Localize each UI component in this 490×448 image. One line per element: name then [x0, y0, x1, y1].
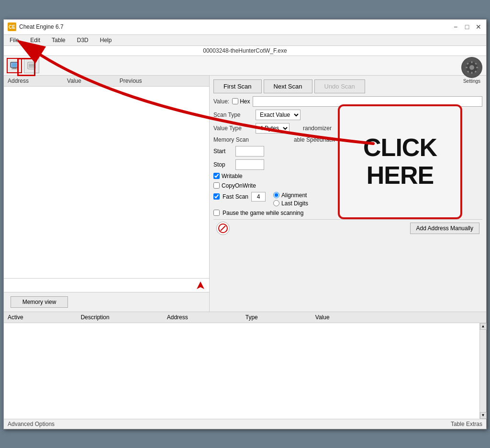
- memory-view-area: Memory view: [4, 292, 209, 312]
- last-digits-label: Last Digits: [281, 200, 308, 207]
- menu-d3d[interactable]: D3D: [75, 36, 90, 45]
- value-type-select[interactable]: 4 Bytes: [256, 123, 290, 134]
- status-bar: Advanced Options Table Extras: [4, 419, 486, 429]
- stop-circle: [218, 224, 228, 233]
- toolbar: Settings: [4, 56, 486, 76]
- scan-type-select[interactable]: Exact Value: [256, 110, 301, 120]
- menubar: File Edit Table D3D Help: [4, 35, 486, 46]
- click-here-line1: CLICK: [363, 134, 437, 161]
- main-content: Address Value Previous Memory view First…: [4, 76, 486, 312]
- status-left: Advanced Options: [8, 421, 55, 427]
- memory-scan-label: Memory Scan: [213, 136, 252, 143]
- last-digits-radio[interactable]: [273, 200, 279, 206]
- computer-icon: [10, 61, 19, 70]
- fast-scan-row: Fast Scan: [213, 192, 266, 202]
- stop-icon[interactable]: [216, 222, 230, 235]
- fast-scan-label: Fast Scan: [223, 193, 248, 200]
- last-digits-row: Last Digits: [273, 200, 308, 207]
- left-panel-header: Address Value Previous: [4, 76, 209, 87]
- svg-rect-11: [471, 61, 473, 63]
- menu-edit[interactable]: Edit: [28, 36, 42, 45]
- left-panel-body: [4, 87, 209, 278]
- fast-scan-checkbox[interactable]: [213, 193, 220, 200]
- gear-svg: [465, 60, 479, 75]
- scroll-up-arrow[interactable]: ▲: [480, 323, 487, 330]
- undo-scan-button[interactable]: Undo Scan: [314, 79, 365, 93]
- left-panel: Address Value Previous Memory view: [4, 76, 210, 312]
- pause-label: Pause the game while scanning: [223, 210, 303, 216]
- title-bar-left: CE Cheat Engine 6.7: [8, 22, 64, 31]
- speedhack-label: able Speedhack: [294, 136, 335, 143]
- window-controls: − □ ✕: [452, 23, 482, 31]
- add-address-button[interactable]: Add Address Manually: [410, 223, 479, 234]
- right-panel-bottom-toolbar: Add Address Manually: [213, 219, 482, 237]
- alignment-row: Alignment: [273, 192, 308, 199]
- value-label: Value:: [213, 98, 229, 105]
- svg-point-10: [469, 65, 474, 70]
- scan-type-label: Scan Type: [213, 112, 252, 118]
- arrow-indicator: [4, 278, 209, 292]
- start-label: Start: [213, 148, 233, 155]
- next-scan-button[interactable]: Next Scan: [264, 79, 312, 93]
- stop-input[interactable]: [235, 159, 264, 170]
- svg-marker-19: [197, 281, 204, 289]
- settings-gear-icon[interactable]: [461, 57, 482, 78]
- maximize-button[interactable]: □: [463, 23, 471, 31]
- writable-label: Writable: [222, 173, 243, 179]
- svg-rect-1: [12, 67, 16, 68]
- copy-on-write-checkbox[interactable]: [213, 182, 220, 189]
- col-type: Type: [245, 314, 258, 321]
- col-value: Value: [315, 314, 330, 321]
- first-scan-button[interactable]: First Scan: [213, 79, 262, 93]
- main-window: CE Cheat Engine 6.7 − □ ✕ File Edit Tabl…: [3, 19, 487, 429]
- bottom-body: ▲ ▼: [4, 323, 486, 419]
- col-address: Address: [8, 78, 29, 84]
- alignment-radio[interactable]: [273, 192, 279, 198]
- writable-checkbox[interactable]: [213, 173, 220, 179]
- minimize-button[interactable]: −: [452, 23, 459, 31]
- bottom-section: Active Description Address Type Value ▲ …: [4, 312, 486, 419]
- toolbar-btn-2[interactable]: [24, 58, 39, 73]
- svg-rect-2: [11, 68, 17, 69]
- svg-rect-14: [476, 67, 478, 68]
- memory-view-button[interactable]: Memory view: [11, 296, 68, 308]
- title-bar: CE Cheat Engine 6.7 − □ ✕: [4, 20, 486, 35]
- start-input[interactable]: [235, 146, 264, 157]
- address-bar: 00003248-theHunterCotW_F.exe: [4, 46, 486, 56]
- list-icon: [27, 61, 36, 70]
- col-address: Address: [167, 314, 188, 321]
- svg-rect-13: [466, 67, 468, 68]
- fast-scan-input[interactable]: [251, 192, 266, 202]
- hex-label: Hex: [240, 98, 250, 105]
- close-button[interactable]: ✕: [475, 23, 482, 31]
- scroll-down-arrow[interactable]: ▼: [480, 412, 487, 419]
- menu-file[interactable]: File: [8, 36, 21, 45]
- hex-checkbox-input[interactable]: [232, 98, 238, 104]
- pause-checkbox[interactable]: [213, 210, 220, 216]
- col-description: Description: [81, 314, 110, 321]
- col-previous: Previous: [120, 78, 142, 84]
- pointer-icon: [196, 280, 205, 290]
- right-panel-container: First Scan Next Scan Undo Scan Value: He…: [210, 76, 486, 312]
- click-here-line2: HERE: [367, 162, 434, 189]
- fast-scan-left: Fast Scan: [213, 192, 266, 202]
- app-icon: CE: [8, 22, 16, 31]
- col-active: Active: [8, 314, 23, 321]
- svg-rect-4: [12, 63, 17, 67]
- scrollbar-right[interactable]: ▲ ▼: [479, 323, 486, 419]
- click-here-overlay: CLICK HERE: [338, 104, 462, 219]
- menu-help[interactable]: Help: [98, 36, 114, 45]
- stop-label: Stop: [213, 161, 233, 168]
- hex-checkbox: Hex: [232, 98, 250, 105]
- radio-group: Alignment Last Digits: [273, 192, 308, 207]
- randomizer-label: randomizer: [303, 125, 332, 132]
- menu-table[interactable]: Table: [50, 36, 67, 45]
- status-right: Table Extras: [451, 421, 482, 427]
- open-process-button[interactable]: [7, 58, 22, 73]
- scroll-track: [480, 330, 486, 412]
- window-title: Cheat Engine 6.7: [19, 23, 64, 30]
- col-value: Value: [67, 78, 81, 84]
- stop-line: [220, 225, 225, 231]
- alignment-label: Alignment: [281, 192, 307, 199]
- bottom-header: Active Description Address Type Value: [4, 312, 486, 323]
